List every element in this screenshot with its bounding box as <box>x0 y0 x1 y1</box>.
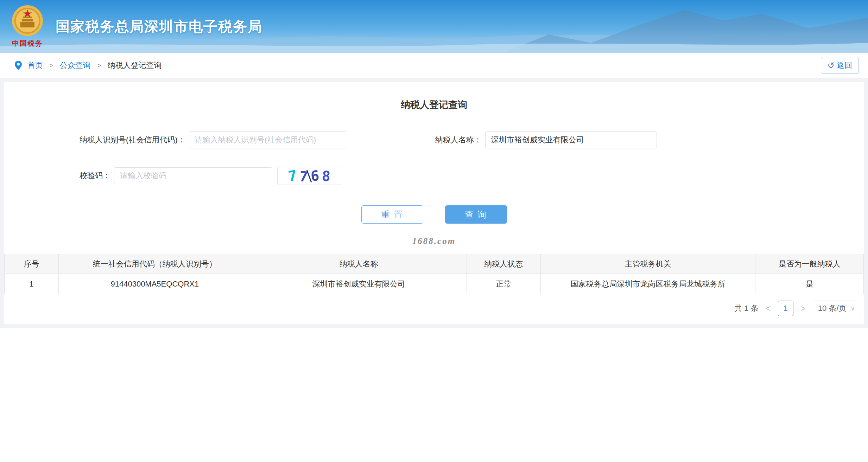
results-table: 序号统一社会信用代码（纳税人识别号）纳税人名称纳税人状态主管税务机关是否为一般纳… <box>4 254 864 294</box>
page: 中国税务 国家税务总局深圳市电子税务局 首页 > 公众查询 > 纳税人登记查询 … <box>0 0 868 462</box>
table-row: 191440300MA5EQCQRX1深圳市裕创威实业有限公司正常国家税务总局深… <box>5 274 864 294</box>
table-header-row: 序号统一社会信用代码（纳税人识别号）纳税人名称纳税人状态主管税务机关是否为一般纳… <box>5 254 864 274</box>
table-cell: 1 <box>5 274 59 294</box>
taxpayer-id-label: 纳税人识别号(社会信用代码)： <box>80 135 185 145</box>
search-button[interactable]: 查 询 <box>445 205 507 224</box>
site-header: 中国税务 国家税务总局深圳市电子税务局 <box>0 0 868 53</box>
captcha-input[interactable] <box>114 167 272 184</box>
taxpayer-id-input[interactable] <box>189 131 347 148</box>
main-content: 纳税人登记查询 纳税人识别号(社会信用代码)： 纳税人名称： 校验码： <box>0 78 868 328</box>
table-cell: 深圳市裕创威实业有限公司 <box>251 274 467 294</box>
table-header-cell: 主管税务机关 <box>540 254 755 274</box>
captcha-char: 8 <box>322 169 331 184</box>
page-size-value: 10 条/页 <box>818 303 847 314</box>
breadcrumb: 首页 > 公众查询 > 纳税人登记查询 ↺ 返回 <box>0 53 868 78</box>
logo-text: 中国税务 <box>9 39 46 48</box>
captcha-label: 校验码： <box>80 171 110 181</box>
table-cell: 是 <box>755 274 864 294</box>
tax-bureau-logo: 中国税务 <box>9 5 46 48</box>
breadcrumb-separator: > <box>97 62 101 70</box>
current-page-button[interactable]: 1 <box>778 301 793 316</box>
back-button-label: 返回 <box>837 60 852 71</box>
prev-page-icon[interactable]: < <box>765 304 771 313</box>
pagination: 共 1 条 < 1 > 10 条/页 ∨ <box>4 301 864 316</box>
table-cell: 正常 <box>467 274 540 294</box>
taxpayer-name-label: 纳税人名称： <box>435 135 482 145</box>
page-title: 纳税人登记查询 <box>4 82 864 111</box>
table-header-cell: 统一社会信用代码（纳税人识别号） <box>58 254 251 274</box>
taxpayer-name-field: 纳税人名称： <box>435 131 657 148</box>
captcha-field: 校验码： <box>80 167 272 184</box>
chevron-down-icon: ∨ <box>851 305 855 312</box>
site-title: 国家税务总局深圳市电子税务局 <box>56 17 262 36</box>
reset-button[interactable]: 重 置 <box>361 205 423 224</box>
taxpayer-name-input[interactable] <box>485 131 657 148</box>
table-header-cell: 纳税人状态 <box>467 254 540 274</box>
breadcrumb-public-query[interactable]: 公众查询 <box>60 60 91 71</box>
query-card: 纳税人登记查询 纳税人识别号(社会信用代码)： 纳税人名称： 校验码： <box>4 82 864 324</box>
national-emblem-icon <box>11 5 44 37</box>
location-pin-icon <box>14 60 23 70</box>
query-form: 纳税人识别号(社会信用代码)： 纳税人名称： 校验码： 7768 <box>4 131 864 185</box>
breadcrumb-home[interactable]: 首页 <box>27 60 43 71</box>
page-size-select[interactable]: 10 条/页 ∨ <box>813 301 860 316</box>
breadcrumb-current: 纳税人登记查询 <box>107 60 161 71</box>
back-arrow-icon: ↺ <box>828 61 835 70</box>
captcha-char: 6 <box>310 168 320 183</box>
table-cell: 国家税务总局深圳市龙岗区税务局龙城税务所 <box>540 274 755 294</box>
next-page-icon[interactable]: > <box>800 304 806 313</box>
captcha-image[interactable]: 7768 <box>277 167 341 185</box>
table-cell: 91440300MA5EQCQRX1 <box>58 274 251 294</box>
captcha-char: 7 <box>287 168 297 184</box>
watermark: 1688.com <box>4 236 864 246</box>
total-count: 共 1 条 <box>734 303 758 314</box>
breadcrumb-separator: > <box>49 62 53 70</box>
form-row-2: 校验码： 7768 <box>80 167 864 185</box>
form-row-1: 纳税人识别号(社会信用代码)： 纳税人名称： <box>80 131 864 148</box>
table-header-cell: 序号 <box>5 254 59 274</box>
button-row: 重 置 查 询 <box>4 205 864 224</box>
back-button[interactable]: ↺ 返回 <box>821 57 859 74</box>
table-header-cell: 是否为一般纳税人 <box>755 254 864 274</box>
taxpayer-id-field: 纳税人识别号(社会信用代码)： <box>80 131 347 148</box>
table-header-cell: 纳税人名称 <box>251 254 467 274</box>
